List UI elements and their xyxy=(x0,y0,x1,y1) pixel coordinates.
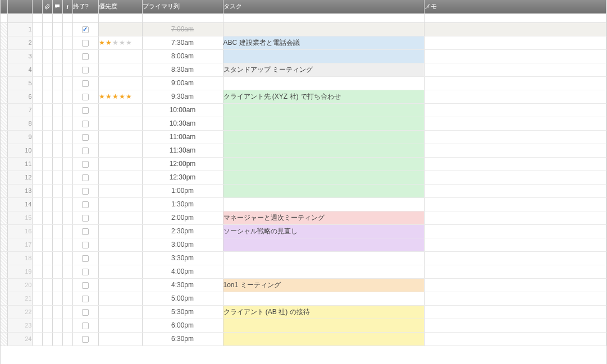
done-cell[interactable] xyxy=(72,305,98,319)
priority-cell[interactable] xyxy=(98,265,142,278)
primary-cell[interactable]: 10:30am xyxy=(142,117,223,130)
table-row[interactable]: 204:30pm1on1 ミーティング xyxy=(1,278,606,292)
table-row[interactable]: 162:30pmソーシャル戦略の見直し xyxy=(1,224,606,238)
row-blank-cell[interactable] xyxy=(32,238,42,251)
task-cell[interactable] xyxy=(223,265,424,278)
row-number[interactable]: 16 xyxy=(7,224,32,238)
row-number[interactable]: 6 xyxy=(7,90,32,103)
task-cell[interactable]: ソーシャル戦略の見直し xyxy=(223,224,424,238)
row-info-cell[interactable] xyxy=(62,157,72,171)
header-rownum[interactable] xyxy=(7,0,32,13)
priority-cell[interactable] xyxy=(98,184,142,197)
row-comment-cell[interactable] xyxy=(52,224,62,238)
done-cell[interactable] xyxy=(72,211,98,224)
memo-cell[interactable] xyxy=(424,49,606,63)
row-info-cell[interactable] xyxy=(62,265,72,278)
primary-cell[interactable]: 10:00am xyxy=(142,103,223,117)
done-checkbox[interactable] xyxy=(82,161,89,168)
header-done[interactable]: 終了? xyxy=(72,0,98,13)
row-blank-cell[interactable] xyxy=(32,157,42,171)
row-comment-cell[interactable] xyxy=(52,278,62,292)
priority-cell[interactable] xyxy=(98,251,142,265)
done-cell[interactable] xyxy=(72,103,98,117)
row-comment-cell[interactable] xyxy=(52,332,62,345)
priority-cell[interactable] xyxy=(98,171,142,184)
row-blank-cell[interactable] xyxy=(32,319,42,332)
table-row[interactable]: 38:00am xyxy=(1,49,606,63)
done-cell[interactable] xyxy=(72,184,98,197)
row-info-cell[interactable] xyxy=(62,36,72,49)
memo-cell[interactable] xyxy=(424,130,606,144)
row-info-cell[interactable] xyxy=(62,332,72,345)
row-attachment-cell[interactable] xyxy=(42,197,52,211)
done-cell[interactable] xyxy=(72,197,98,211)
row-number[interactable]: 4 xyxy=(7,63,32,76)
priority-cell[interactable] xyxy=(98,130,142,144)
row-info-cell[interactable] xyxy=(62,130,72,144)
priority-cell[interactable] xyxy=(98,157,142,171)
table-row[interactable]: 710:00am xyxy=(1,103,606,117)
task-cell[interactable] xyxy=(223,117,424,130)
row-comment-cell[interactable] xyxy=(52,49,62,63)
done-cell[interactable] xyxy=(72,157,98,171)
table-row[interactable]: 152:00pmマネージャーと週次ミーティング xyxy=(1,211,606,224)
row-attachment-cell[interactable] xyxy=(42,238,52,251)
row-number[interactable]: 20 xyxy=(7,278,32,292)
memo-cell[interactable] xyxy=(424,292,606,305)
priority-cell[interactable] xyxy=(98,63,142,76)
row-blank-cell[interactable] xyxy=(32,103,42,117)
row-attachment-cell[interactable] xyxy=(42,305,52,319)
row-attachment-cell[interactable] xyxy=(42,49,52,63)
table-row[interactable]: 59:00am xyxy=(1,76,606,90)
memo-cell[interactable] xyxy=(424,224,606,238)
row-number[interactable]: 23 xyxy=(7,319,32,332)
done-checkbox[interactable] xyxy=(82,40,89,47)
done-checkbox[interactable] xyxy=(82,215,89,222)
row-comment-cell[interactable] xyxy=(52,171,62,184)
memo-cell[interactable] xyxy=(424,319,606,332)
row-info-cell[interactable] xyxy=(62,63,72,76)
table-row[interactable]: 194:00pm xyxy=(1,265,606,278)
task-cell[interactable] xyxy=(223,22,424,36)
primary-cell[interactable]: 2:30pm xyxy=(142,224,223,238)
memo-cell[interactable] xyxy=(424,117,606,130)
memo-cell[interactable] xyxy=(424,63,606,76)
row-number[interactable]: 1 xyxy=(7,22,32,36)
row-attachment-cell[interactable] xyxy=(42,184,52,197)
done-checkbox[interactable] xyxy=(82,309,89,316)
done-checkbox[interactable] xyxy=(82,67,89,73)
done-cell[interactable] xyxy=(72,90,98,103)
row-info-cell[interactable] xyxy=(62,144,72,157)
primary-cell[interactable]: 12:00pm xyxy=(142,157,223,171)
done-checkbox[interactable] xyxy=(82,121,89,127)
done-checkbox[interactable] xyxy=(82,26,89,33)
row-comment-cell[interactable] xyxy=(52,103,62,117)
priority-cell[interactable]: ★★★★★ xyxy=(98,90,142,103)
row-blank-cell[interactable] xyxy=(32,144,42,157)
memo-cell[interactable] xyxy=(424,211,606,224)
priority-cell[interactable] xyxy=(98,319,142,332)
done-checkbox[interactable] xyxy=(82,336,89,343)
row-info-cell[interactable] xyxy=(62,22,72,36)
table-row[interactable]: 1112:00pm xyxy=(1,157,606,171)
primary-cell[interactable]: 11:00am xyxy=(142,130,223,144)
row-blank-cell[interactable] xyxy=(32,90,42,103)
row-attachment-cell[interactable] xyxy=(42,211,52,224)
row-comment-cell[interactable] xyxy=(52,265,62,278)
row-attachment-cell[interactable] xyxy=(42,36,52,49)
memo-cell[interactable] xyxy=(424,22,606,36)
table-row[interactable]: 236:00pm xyxy=(1,319,606,332)
row-info-cell[interactable] xyxy=(62,197,72,211)
task-cell[interactable] xyxy=(223,103,424,117)
row-number[interactable]: 21 xyxy=(7,292,32,305)
priority-cell[interactable] xyxy=(98,22,142,36)
header-info[interactable]: i xyxy=(62,0,72,13)
header-priority[interactable]: 優先度 xyxy=(98,0,142,13)
memo-cell[interactable] xyxy=(424,305,606,319)
row-number[interactable]: 17 xyxy=(7,238,32,251)
header-task[interactable]: タスク xyxy=(223,0,424,13)
memo-cell[interactable] xyxy=(424,332,606,345)
memo-cell[interactable] xyxy=(424,76,606,90)
done-cell[interactable] xyxy=(72,144,98,157)
priority-cell[interactable] xyxy=(98,76,142,90)
